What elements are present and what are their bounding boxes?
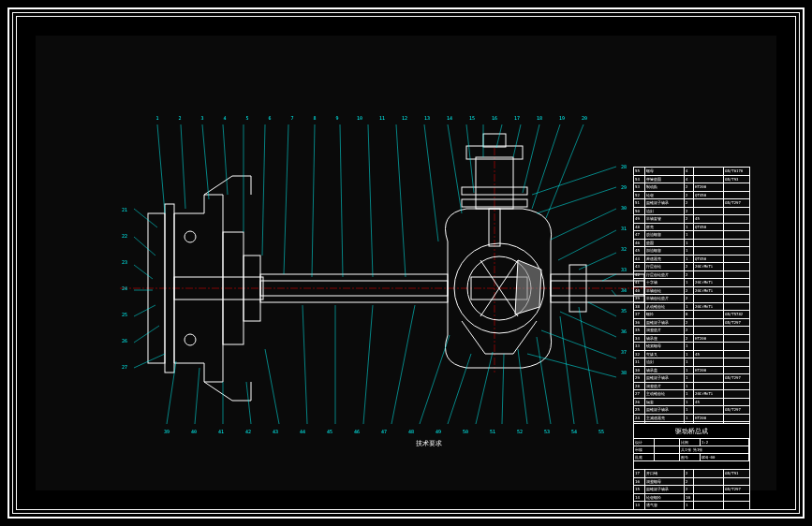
svg-line-49 (134, 305, 155, 316)
assembly-drawing: 1234567891011121314151617181920 21222324… (92, 73, 672, 447)
svg-line-32 (312, 124, 315, 277)
svg-line-73 (448, 354, 471, 424)
svg-text:6: 6 (268, 115, 271, 121)
svg-text:25: 25 (122, 312, 127, 317)
bom-row: 42行星齿轮垫片2 (633, 270, 750, 279)
svg-line-62 (527, 354, 616, 377)
svg-line-40 (496, 124, 502, 148)
svg-line-74 (476, 352, 493, 424)
bom-row: 33锁紧螺母1 (633, 342, 750, 350)
svg-text:23: 23 (122, 259, 127, 265)
bom-row: 34轴承座2HT200 (633, 334, 750, 343)
svg-line-26 (181, 124, 185, 209)
bom-row: 15圆锥滚子轴承2GB/T297 (633, 485, 750, 493)
svg-line-61 (541, 330, 616, 358)
bom-row: 52轮毂2QT450 (633, 191, 750, 199)
svg-text:43: 43 (273, 429, 278, 434)
svg-line-36 (424, 124, 438, 241)
svg-text:15: 15 (469, 115, 475, 121)
svg-line-59 (588, 302, 616, 316)
svg-line-67 (265, 349, 279, 424)
svg-text:2: 2 (178, 115, 181, 121)
svg-text:45: 45 (327, 429, 332, 434)
svg-text:42: 42 (245, 429, 251, 434)
svg-line-34 (368, 124, 373, 277)
bom-row: 49半轴套管245 (633, 214, 750, 223)
svg-text:26: 26 (122, 338, 127, 343)
svg-line-53 (537, 187, 616, 213)
svg-text:18: 18 (537, 115, 542, 121)
svg-text:47: 47 (381, 429, 387, 434)
svg-line-27 (202, 124, 209, 199)
svg-text:31: 31 (621, 226, 627, 231)
svg-line-55 (558, 230, 616, 260)
svg-line-46 (134, 237, 155, 256)
refs-top: 1234567891011121314151617181920 (155, 115, 587, 121)
svg-text:14: 14 (447, 115, 452, 121)
bom-row: 28调整垫片1 (633, 382, 750, 390)
svg-line-77 (537, 337, 551, 424)
svg-text:27: 27 (122, 364, 127, 370)
bom-row: 54弹簧垫圈4GB/T93 (633, 175, 750, 183)
refs-right: 2829303132333435363738 (621, 164, 627, 375)
bom-row: 51圆锥滚子轴承2GB/T297 (633, 198, 750, 207)
bom-row: 25圆锥滚子轴承1GB/T297 (633, 405, 750, 414)
svg-text:53: 53 (544, 429, 550, 434)
svg-text:1: 1 (155, 115, 158, 121)
svg-text:5: 5 (245, 115, 248, 121)
bom-row: 44差速器壳1QT450 (633, 255, 750, 263)
svg-text:51: 51 (490, 429, 495, 434)
svg-line-50 (134, 326, 159, 343)
svg-text:38: 38 (621, 370, 627, 375)
svg-line-56 (579, 253, 616, 270)
svg-line-75 (502, 354, 504, 424)
svg-text:9: 9 (335, 115, 338, 121)
svg-text:7: 7 (290, 115, 293, 121)
bom-row: 55螺母4GB/T6170 (633, 167, 750, 175)
svg-text:48: 48 (408, 429, 414, 434)
bom-row: 30轴承盖1HT200 (633, 366, 750, 374)
svg-line-45 (134, 209, 157, 227)
leaders-top (157, 124, 583, 277)
svg-line-54 (551, 209, 616, 240)
bom-row: 38从动锥齿轮120CrMnTi (633, 302, 750, 311)
svg-text:46: 46 (354, 429, 360, 434)
bom-row: 35调整垫片2 (633, 326, 750, 334)
svg-text:22: 22 (122, 233, 127, 239)
svg-text:52: 52 (517, 429, 523, 434)
drawing-canvas: 1234567891011121314151617181920 21222324… (36, 36, 776, 490)
svg-line-72 (420, 335, 450, 424)
svg-line-51 (134, 354, 165, 368)
svg-text:50: 50 (463, 429, 468, 434)
svg-text:24: 24 (122, 285, 127, 291)
svg-text:29: 29 (621, 184, 627, 190)
svg-line-47 (134, 265, 153, 279)
svg-text:19: 19 (559, 115, 565, 121)
svg-line-76 (518, 349, 527, 424)
bom-row: 31油封1 (633, 358, 750, 366)
svg-line-78 (560, 316, 574, 424)
bom-row: 47放油螺塞1 (633, 230, 750, 239)
title-block: 驱动桥总成 设计 比例1:2 审核 共1张 第1张 批准 图号QDQ-00 (633, 423, 750, 470)
svg-line-63 (167, 361, 176, 424)
svg-line-35 (396, 124, 406, 277)
svg-line-33 (340, 124, 343, 277)
svg-line-37 (448, 124, 462, 213)
svg-text:40: 40 (191, 429, 197, 434)
svg-point-6 (185, 231, 196, 242)
drawing-name: 驱动桥总成 (634, 424, 749, 439)
bom-row: 26隔套145 (633, 398, 750, 406)
svg-text:10: 10 (357, 115, 362, 121)
svg-text:17: 17 (514, 115, 520, 121)
bom-row: 46垫圈1 (633, 239, 750, 247)
bom-row: 14轮毂螺栓10 (633, 493, 750, 502)
bom-row: 16调整螺母2 (633, 477, 750, 486)
svg-text:41: 41 (218, 429, 224, 434)
svg-line-31 (284, 124, 288, 274)
svg-line-60 (560, 312, 616, 337)
svg-text:49: 49 (436, 429, 441, 434)
bom-row: 40半轴齿轮220CrMnTi (633, 286, 750, 295)
svg-text:21: 21 (122, 207, 127, 212)
bom-row: 32突缘叉145 (633, 350, 750, 358)
svg-text:55: 55 (598, 429, 604, 434)
